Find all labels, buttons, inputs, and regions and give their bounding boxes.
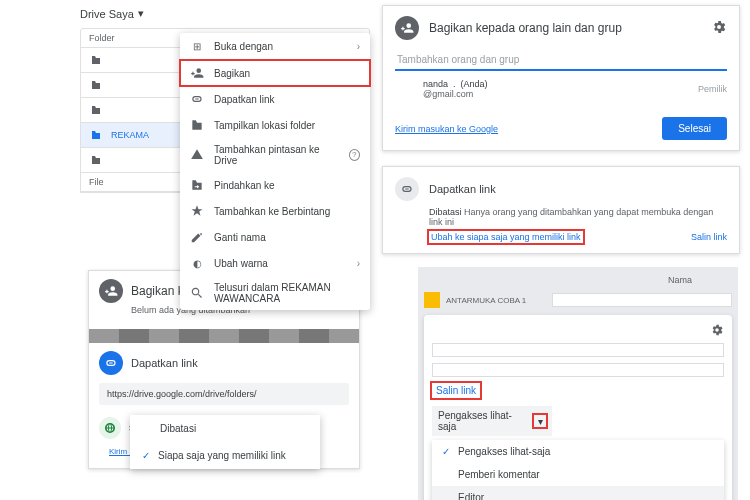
role-dropdown[interactable]: Pengakses lihat-saja▾ <box>432 406 552 436</box>
redacted-bar <box>432 343 724 357</box>
move-icon <box>190 178 204 192</box>
my-drive-breadcrumb[interactable]: Drive Saya ▾ <box>80 5 370 28</box>
help-icon[interactable]: ? <box>349 149 360 161</box>
decorative-bar <box>89 329 359 343</box>
drive-title-text: Drive Saya <box>80 8 134 20</box>
person-add-icon <box>190 66 204 80</box>
open-with-icon: ⊞ <box>190 39 204 53</box>
role-menu: Pengakses lihat-saja Pemberi komentar Ed… <box>432 440 724 500</box>
menu-change-color[interactable]: ◐Ubah warna› <box>180 250 370 276</box>
person-add-icon <box>395 16 419 40</box>
chevron-right-icon: › <box>357 258 360 269</box>
chevron-down-icon: ▾ <box>534 415 546 427</box>
star-icon <box>190 204 204 218</box>
person-add-icon <box>99 279 123 303</box>
chevron-down-icon: ▾ <box>138 7 144 20</box>
menu-rename[interactable]: Ganti nama <box>180 224 370 250</box>
menu-show-location[interactable]: Tampilkan lokasi folder <box>180 112 370 138</box>
access-dropdown-menu: Dibatasi Siapa saja yang memiliki link <box>130 415 320 469</box>
role-commenter[interactable]: Pemberi komentar <box>432 463 724 486</box>
you-label: (Anda) <box>461 79 488 89</box>
link-icon <box>99 351 123 375</box>
context-menu: ⊞Buka dengan› Bagikan Dapatkan link Tamp… <box>180 33 370 310</box>
palette-icon: ◐ <box>190 256 204 270</box>
option-restricted[interactable]: Dibatasi <box>130 415 320 442</box>
role-viewer[interactable]: Pengakses lihat-saja <box>432 440 724 463</box>
add-people-input[interactable]: Tambahkan orang dan grup <box>395 50 727 71</box>
user-email: @gmail.com <box>423 89 473 99</box>
search-icon <box>190 286 204 300</box>
menu-search-within[interactable]: Telusuri dalam REKAMAN WAWANCARA <box>180 276 370 310</box>
settings-button[interactable] <box>710 323 724 339</box>
redacted-bar <box>432 363 724 377</box>
drive-shortcut-icon <box>190 148 204 162</box>
get-link-title: Dapatkan link <box>429 183 496 195</box>
file-row[interactable]: ANTARMUKA COBA 1 <box>424 289 732 311</box>
name-column-header: Nama <box>424 273 732 289</box>
link-icon <box>395 177 419 201</box>
owner-label: Pemilik <box>698 84 727 94</box>
menu-open-with[interactable]: ⊞Buka dengan› <box>180 33 370 59</box>
menu-share[interactable]: Bagikan <box>180 60 370 86</box>
role-editor[interactable]: EditorMengelola, menambahkan, dan menged… <box>432 486 724 500</box>
send-feedback-link[interactable]: Kirim masukan ke Google <box>395 124 498 134</box>
folder-open-icon <box>190 118 204 132</box>
folder-label: ANTARMUKA COBA 1 <box>446 296 526 305</box>
get-link-title: Dapatkan link <box>131 357 198 369</box>
globe-icon <box>99 417 121 439</box>
menu-get-link[interactable]: Dapatkan link <box>180 86 370 112</box>
link-url-box[interactable]: https://drive.google.com/drive/folders/ <box>99 383 349 405</box>
copy-link-button[interactable]: Salin link <box>432 383 480 398</box>
rename-icon <box>190 230 204 244</box>
settings-button[interactable] <box>711 19 727 37</box>
restriction-text: Dibatasi Hanya orang yang ditambahkan ya… <box>429 207 727 227</box>
option-anyone-with-link[interactable]: Siapa saja yang memiliki link <box>130 442 320 469</box>
menu-add-star[interactable]: Tambahkan ke Berbintang <box>180 198 370 224</box>
link-icon <box>190 92 204 106</box>
user-name: nanda <box>423 79 448 89</box>
menu-add-shortcut[interactable]: Tambahkan pintasan ke Drive? <box>180 138 370 172</box>
user-row: nanda . (Anda)@gmail.com Pemilik <box>383 71 739 107</box>
copy-link-button[interactable]: Salin link <box>691 232 727 242</box>
folder-name: REKAMA <box>111 130 149 140</box>
chevron-right-icon: › <box>357 41 360 52</box>
done-button[interactable]: Selesai <box>662 117 727 140</box>
menu-move-to[interactable]: Pindahkan ke <box>180 172 370 198</box>
change-to-anyone-link[interactable]: Ubah ke siapa saja yang memiliki link <box>429 231 583 243</box>
share-dialog-title: Bagikan kepada orang lain dan grup <box>429 21 622 35</box>
